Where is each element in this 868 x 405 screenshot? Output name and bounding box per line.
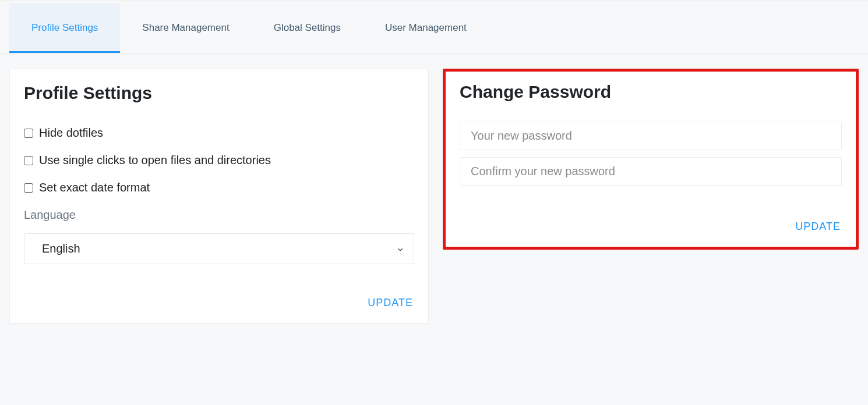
change-password-card: Change Password UPDATE <box>443 69 859 250</box>
confirm-password-input[interactable] <box>460 157 842 186</box>
settings-page: Profile Settings Share Management Global… <box>0 0 868 324</box>
hide-dotfiles-row[interactable]: Hide dotfiles <box>24 126 414 140</box>
date-format-row[interactable]: Set exact date format <box>24 181 414 194</box>
language-select-value: English <box>42 242 80 255</box>
tab-global-settings[interactable]: Global Settings <box>252 3 363 53</box>
password-card-wrap: Change Password UPDATE <box>443 69 859 324</box>
language-label: Language <box>24 208 414 222</box>
new-password-input[interactable] <box>460 122 842 150</box>
change-password-title: Change Password <box>460 82 842 102</box>
language-select[interactable]: English <box>24 233 414 264</box>
profile-card-actions: UPDATE <box>24 294 414 311</box>
profile-settings-title: Profile Settings <box>24 83 414 103</box>
hide-dotfiles-checkbox[interactable] <box>24 129 33 138</box>
password-update-button[interactable]: UPDATE <box>794 218 842 235</box>
single-click-row[interactable]: Use single clicks to open files and dire… <box>24 154 414 167</box>
cards-row: Profile Settings Hide dotfiles Use singl… <box>0 54 868 324</box>
tab-share-management[interactable]: Share Management <box>120 3 251 53</box>
hide-dotfiles-label: Hide dotfiles <box>39 126 103 140</box>
password-card-actions: UPDATE <box>460 218 842 235</box>
profile-settings-card: Profile Settings Hide dotfiles Use singl… <box>9 69 429 324</box>
profile-update-button[interactable]: UPDATE <box>366 294 414 311</box>
date-format-label: Set exact date format <box>39 181 150 194</box>
tab-profile-settings[interactable]: Profile Settings <box>9 3 120 53</box>
tabs-bar: Profile Settings Share Management Global… <box>0 3 868 54</box>
single-click-label: Use single clicks to open files and dire… <box>39 154 271 167</box>
tab-user-management[interactable]: User Management <box>363 3 489 53</box>
chevron-down-icon <box>396 246 403 253</box>
single-click-checkbox[interactable] <box>24 156 33 165</box>
date-format-checkbox[interactable] <box>24 183 33 193</box>
